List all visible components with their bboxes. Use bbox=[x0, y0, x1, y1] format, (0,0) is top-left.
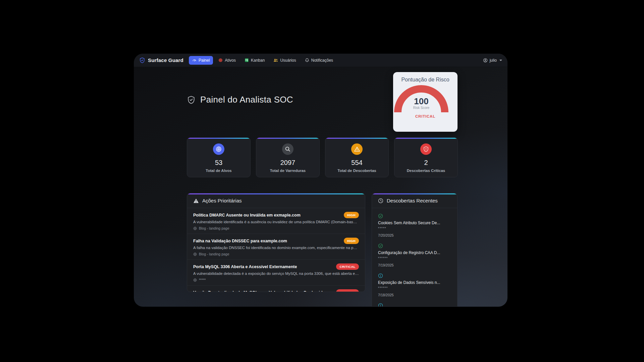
panel-title: Descobertas Recentes bbox=[387, 198, 438, 203]
info-circle-icon bbox=[378, 303, 451, 307]
finding-date: 7/20/2025 bbox=[378, 233, 451, 237]
action-target: ***** bbox=[193, 278, 359, 282]
chevron-down-icon bbox=[499, 60, 502, 61]
gradient-bar bbox=[187, 193, 365, 194]
user-name: julio bbox=[490, 58, 497, 63]
bell-icon bbox=[305, 58, 309, 62]
finding-target: ****** bbox=[378, 256, 451, 260]
users-icon bbox=[273, 58, 278, 62]
person-circle-icon bbox=[483, 58, 488, 63]
gauge-icon bbox=[192, 58, 197, 62]
clock-icon bbox=[378, 198, 383, 203]
recent-findings-list: Cookies Sem Atributo Secure De... ***** … bbox=[372, 208, 457, 307]
recent-finding-item[interactable]: Cookies Sem Atributo Secure De... ***** … bbox=[378, 211, 451, 241]
gradient-bar bbox=[187, 138, 250, 139]
finding-date: 7/19/2025 bbox=[378, 263, 451, 267]
bullseye-icon bbox=[213, 143, 224, 155]
nav-item-kanban[interactable]: Kanban bbox=[241, 56, 268, 65]
action-description: A vulnerabilidade identificada é a ausên… bbox=[193, 220, 359, 224]
priority-actions-header: Ações Prioritárias bbox=[187, 193, 365, 208]
nav-items: Painel Ativos Kanban Usuários bbox=[189, 56, 336, 65]
recent-finding-item[interactable]: Vulnerabilidade no Drupal: Exe... ******… bbox=[378, 300, 451, 307]
gradient-bar bbox=[372, 193, 457, 194]
stat-card-descobertas-criticas: 2 Descobertas Críticas bbox=[394, 137, 458, 177]
finding-title: Configuração de Registro CAA D... bbox=[378, 250, 451, 255]
nav-item-ativos[interactable]: Ativos bbox=[215, 56, 239, 65]
action-title: Porta MySQL 3306 Aberta e Acessível Exte… bbox=[193, 264, 297, 269]
brand: Surface Guard bbox=[139, 57, 183, 63]
action-title: Política DMARC Ausente ou Inválida em ex… bbox=[193, 213, 301, 218]
action-description: A falha na validação DNSSEC foi identifi… bbox=[193, 246, 359, 250]
nav-item-label: Kanban bbox=[251, 58, 265, 63]
nav-item-label: Usuários bbox=[280, 58, 296, 63]
action-title: Falha na Validação DNSSEC para example.c… bbox=[193, 239, 287, 243]
severity-badge: CRITICAL bbox=[336, 263, 359, 270]
risk-card-title: Pontuação de Risco bbox=[393, 77, 458, 83]
warning-triangle-icon bbox=[351, 143, 363, 155]
finding-title: Cookies Sem Atributo Secure De... bbox=[378, 221, 451, 225]
check-circle-icon bbox=[378, 243, 451, 248]
navbar: Surface Guard Painel Ativos Kanban bbox=[134, 54, 507, 67]
finding-target: ****** bbox=[378, 286, 451, 290]
target-icon bbox=[193, 278, 197, 282]
recent-findings-header: Descobertas Recentes bbox=[372, 193, 457, 208]
recent-finding-item[interactable]: Configuração de Registro CAA D... ******… bbox=[378, 241, 451, 270]
action-item[interactable]: Política DMARC Ausente ou Inválida em ex… bbox=[187, 208, 365, 234]
action-description: A vulnerabilidade detectada é a exposiçã… bbox=[193, 272, 359, 276]
nav-item-painel[interactable]: Painel bbox=[189, 56, 213, 65]
action-item[interactable]: Falha na Validação DNSSEC para example.c… bbox=[187, 234, 365, 260]
stat-card-total-descobertas: 554 Total de Descobertas bbox=[325, 137, 389, 177]
recent-finding-item[interactable]: Exposição de Dados Sensíveis n... ******… bbox=[378, 270, 451, 300]
shield-exclamation-icon bbox=[420, 143, 432, 155]
app-window: Surface Guard Painel Ativos Kanban bbox=[134, 54, 507, 307]
severity-badge: CRITICAL bbox=[336, 289, 359, 292]
nav-item-label: Ativos bbox=[225, 58, 236, 63]
action-item[interactable]: Versão Desatualizada do MySQL com Vulner… bbox=[187, 286, 365, 292]
nav-item-notificacoes[interactable]: Notificações bbox=[302, 56, 336, 65]
finding-date: 7/18/2025 bbox=[378, 293, 451, 297]
stat-value: 2 bbox=[394, 159, 458, 167]
page-title: Painel do Analista SOC bbox=[200, 95, 293, 105]
warning-filled-icon bbox=[193, 198, 199, 203]
target-red-icon bbox=[218, 58, 223, 62]
stats-row: 53 Total de Alvos 2097 Total de Varredur… bbox=[187, 137, 458, 177]
finding-target: ***** bbox=[378, 227, 451, 230]
action-title: Versão Desatualizada do MySQL com Vulner… bbox=[193, 290, 333, 292]
gradient-bar bbox=[325, 138, 388, 139]
info-circle-icon bbox=[378, 273, 451, 278]
stat-value: 554 bbox=[325, 159, 388, 167]
check-circle-icon bbox=[378, 214, 451, 219]
target-icon bbox=[193, 227, 197, 230]
action-target: Blog - landing page bbox=[193, 252, 359, 256]
stat-label: Total de Alvos bbox=[187, 169, 250, 173]
nav-item-label: Painel bbox=[199, 58, 210, 63]
app-title: Surface Guard bbox=[148, 57, 183, 63]
kanban-board-icon bbox=[245, 58, 249, 62]
search-icon bbox=[282, 143, 293, 155]
user-menu[interactable]: julio bbox=[483, 58, 502, 63]
stat-value: 53 bbox=[187, 159, 250, 167]
nav-item-usuarios[interactable]: Usuários bbox=[270, 56, 299, 65]
risk-score-label: Risk Score bbox=[413, 106, 430, 110]
page-title-row: Painel do Analista SOC bbox=[187, 95, 293, 105]
action-target: Blog - landing page bbox=[193, 226, 359, 230]
priority-actions-panel: Ações Prioritárias Política DMARC Ausent… bbox=[187, 193, 365, 292]
panel-title: Ações Prioritárias bbox=[202, 198, 242, 203]
nav-item-label: Notificações bbox=[311, 58, 333, 63]
stat-label: Total de Descobertas bbox=[325, 169, 388, 173]
recent-findings-panel: Descobertas Recentes Cookies Sem Atribut… bbox=[372, 193, 458, 307]
shield-logo-icon bbox=[139, 57, 145, 63]
severity-badge: HIGH bbox=[344, 238, 359, 244]
gradient-bar bbox=[256, 138, 319, 139]
target-icon bbox=[193, 252, 197, 256]
stat-value: 2097 bbox=[256, 159, 319, 167]
finding-title: Exposição de Dados Sensíveis n... bbox=[378, 280, 451, 285]
stat-card-total-varreduras: 2097 Total de Varreduras bbox=[256, 137, 320, 177]
severity-badge: HIGH bbox=[344, 212, 359, 218]
action-item[interactable]: Porta MySQL 3306 Aberta e Acessível Exte… bbox=[187, 260, 365, 286]
risk-gauge: 100 Risk Score bbox=[393, 84, 458, 114]
shield-check-icon bbox=[187, 96, 196, 104]
risk-score-value: 100 bbox=[414, 96, 428, 106]
gradient-bar bbox=[394, 138, 458, 139]
risk-level-badge: CRITICAL bbox=[393, 114, 458, 118]
